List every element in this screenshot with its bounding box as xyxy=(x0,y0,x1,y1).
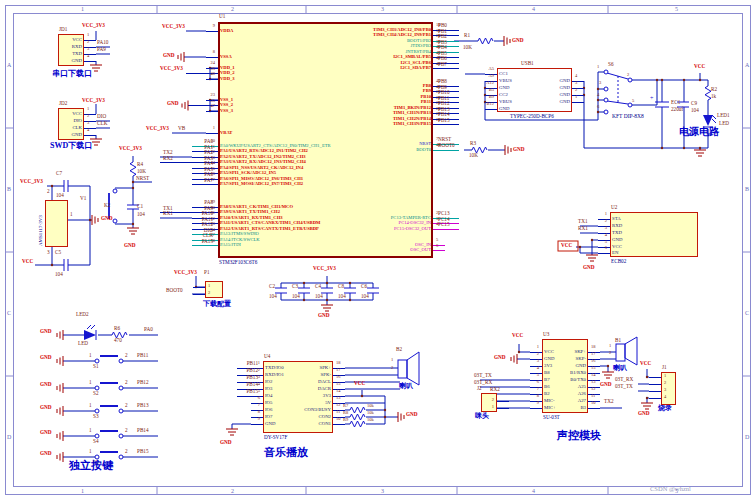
component-U2[interactable] xyxy=(610,212,698,257)
pin-number: 47 xyxy=(211,104,216,109)
pin-wire xyxy=(649,384,661,385)
pin-number: 6 xyxy=(258,396,260,401)
component-J2[interactable] xyxy=(481,393,497,412)
label: VCC_3V3 xyxy=(174,270,197,275)
pin-name: IO3 xyxy=(265,387,272,392)
pin-number: 5 xyxy=(436,238,438,243)
junction-dot xyxy=(656,79,658,81)
label: RX1 xyxy=(163,211,173,216)
pin-wire xyxy=(433,124,459,125)
label: R2 xyxy=(711,87,717,92)
pin-number: B9 xyxy=(489,95,494,100)
label: GND xyxy=(600,382,612,387)
pin-name: VCC xyxy=(612,245,622,250)
pin-number: 17 xyxy=(591,352,596,357)
pin-name: GND xyxy=(72,133,82,138)
pin-name: VSS_3 xyxy=(220,109,233,114)
pin-number: 9 xyxy=(213,24,215,29)
label: S1 xyxy=(93,364,98,369)
label: GND xyxy=(40,451,52,456)
pin-name: PA7/SPI1_MOSI/ADC12_IN7/TIM3_CH2 xyxy=(220,182,303,187)
pin-name: B1/RX0 xyxy=(570,371,586,376)
section-title: 声控模块 xyxy=(557,430,601,441)
label: 10k xyxy=(367,411,374,416)
pin-name: A26 xyxy=(578,392,586,397)
section-title: 电源电路 xyxy=(679,127,719,137)
label: + xyxy=(650,95,653,101)
label: GND xyxy=(167,101,179,106)
label: GND xyxy=(513,147,525,152)
junction-dot xyxy=(661,79,663,81)
pin-name: GND xyxy=(576,364,586,369)
pin-name: CC2 xyxy=(499,93,508,98)
label: GND xyxy=(163,53,175,58)
label: GND xyxy=(101,216,113,221)
label: 03T_TX xyxy=(474,373,492,378)
pin-wire xyxy=(84,61,96,62)
pin-name: I2C1_SDA/PB7 xyxy=(400,66,431,71)
junction-dot xyxy=(646,376,648,378)
pin-name: VDDA xyxy=(220,29,233,34)
label: 1 xyxy=(609,344,611,349)
label: R3 xyxy=(470,141,476,146)
pin-name: B6 xyxy=(544,385,550,390)
label: BOOT0 xyxy=(166,288,183,293)
pin-name: VCC xyxy=(72,38,82,43)
label: PB11 xyxy=(137,353,148,358)
label: PB15 xyxy=(137,449,149,454)
label: GND xyxy=(583,265,595,270)
pin-name: 3V3 xyxy=(544,364,552,369)
label: 104 xyxy=(56,193,64,198)
pin-name: STA xyxy=(612,217,621,222)
frame-zone-number: 1 xyxy=(81,6,84,12)
label: C2 xyxy=(269,284,275,289)
label: 2 xyxy=(609,351,611,356)
pin-wire xyxy=(572,102,584,103)
junction-dot xyxy=(661,147,663,149)
ref-designator: U2 xyxy=(611,205,617,210)
voltage-regulator[interactable] xyxy=(45,200,68,247)
label: C6 xyxy=(361,284,367,289)
pin-name: VCC xyxy=(544,350,554,355)
pin-name: CC1 xyxy=(499,72,508,77)
label: TX2 xyxy=(604,399,614,404)
pin-name: SKP- xyxy=(576,357,586,362)
junction-dot xyxy=(303,282,305,284)
pin-name: IO5 xyxy=(265,401,272,406)
label: GND xyxy=(40,382,52,387)
pin-wire xyxy=(333,424,345,425)
pin-wire xyxy=(206,79,218,80)
label: 3 xyxy=(599,81,601,86)
pin-wire xyxy=(84,128,96,129)
pin-number: 3 xyxy=(87,121,89,126)
pin-number: 4 xyxy=(537,366,539,371)
label: R1 xyxy=(464,33,470,38)
pin-name: SPK- xyxy=(321,373,331,378)
pin-wire xyxy=(84,47,96,48)
junction-dot xyxy=(518,351,520,353)
pin-name: VSSA xyxy=(220,55,232,60)
pin-name: MIC- xyxy=(544,399,555,404)
pin-number: 1 xyxy=(664,374,666,379)
frame-zone-number: 4 xyxy=(532,6,535,12)
watermark: CSDN @whznl xyxy=(650,486,691,493)
pin-name: RXD/IO1 xyxy=(265,373,284,378)
pin-name: PA11/USART1_CTS/CANRX/TIM1_CH4/USBDM xyxy=(220,221,320,226)
pin-name: DACR xyxy=(318,387,331,392)
label: K2 xyxy=(104,203,110,208)
label: LED xyxy=(78,341,88,346)
section-title: 独立按键 xyxy=(69,460,113,471)
pin-number: 16 xyxy=(336,375,341,380)
pin-number: 2 xyxy=(87,40,89,45)
frame-zone-number: 5 xyxy=(675,488,678,494)
label: 5 xyxy=(632,99,634,104)
pin-name: GND xyxy=(560,79,570,84)
pin-number: 5 xyxy=(537,373,539,378)
pin-name: SKP+ xyxy=(574,350,586,355)
pin-number: 15 xyxy=(336,382,341,387)
junction-dot xyxy=(132,187,134,189)
label: 2 xyxy=(125,449,128,454)
label: VB xyxy=(178,126,185,131)
label: KFT DIP-8X8 xyxy=(612,114,644,120)
net-label: PB15 xyxy=(246,389,258,394)
